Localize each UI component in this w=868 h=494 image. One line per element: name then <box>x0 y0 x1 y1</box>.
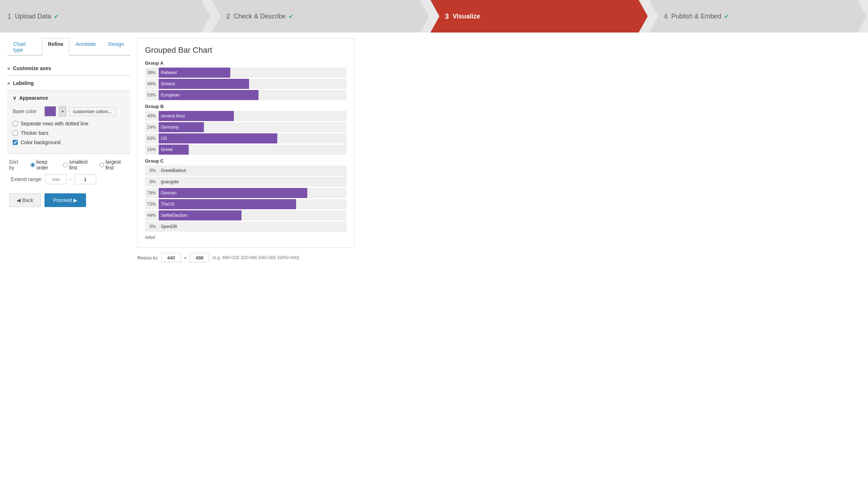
accordion-customize-axes: » Customize axes <box>7 61 130 76</box>
accordion-header-customize-axes[interactable]: » Customize axes <box>7 61 130 76</box>
chevron-right-icon-2: » <box>7 80 10 86</box>
step-num-1: 1 <box>7 12 11 21</box>
bar-area: German <box>159 188 347 198</box>
base-color-label: Base color <box>13 108 42 114</box>
nav-step-1[interactable]: 1 Upload Data ✔ <box>0 0 210 33</box>
tab-refine[interactable]: Refine <box>42 38 70 56</box>
bar-area: SpenDB <box>159 222 347 232</box>
accordion-header-labeling[interactable]: » Labeling <box>7 76 130 90</box>
bar-row: 16% Greek <box>145 145 347 155</box>
thicker-bars-label: Thicker bars <box>21 130 48 136</box>
bar-row: 48% Greece <box>145 79 347 89</box>
bar-area: European <box>159 90 347 100</box>
tab-design[interactable]: Design <box>102 38 130 56</box>
sort-largest-first[interactable]: largest first <box>99 159 128 171</box>
bar-area: GreekBailout <box>159 166 347 176</box>
bar-percent: 63% <box>145 136 159 141</box>
color-background-checkbox[interactable] <box>13 140 18 145</box>
tab-bar: Chart type Refine Annotate Design <box>7 38 130 56</box>
bar-percent: 79% <box>145 190 159 196</box>
chevron-down-icon: ∨ <box>13 95 16 101</box>
resize-examples: (e.g. 480×320 320×480 640×360 100%×400) <box>212 255 299 260</box>
bar-percent: 0% <box>145 179 159 184</box>
extend-range-max-input[interactable] <box>74 174 96 184</box>
step-label-2: Check & Describe <box>234 13 286 20</box>
bar-label: SpenDB <box>159 224 177 229</box>
sort-smallest-first[interactable]: smallest first <box>63 159 95 171</box>
group-label-b: Group B <box>145 104 347 109</box>
bar-row: 63% US <box>145 133 347 143</box>
bar-label: guacgate <box>159 179 179 184</box>
sort-largest-first-label: largest first <box>106 159 128 171</box>
tab-annotate[interactable]: Annotate <box>69 38 102 56</box>
bar-percent: 0% <box>145 168 159 173</box>
bar-row: 0% guacgate <box>145 177 347 187</box>
sort-keep-order-radio[interactable] <box>30 163 35 167</box>
bar-area: Retweet <box>159 68 347 78</box>
sort-keep-order[interactable]: keep order <box>30 159 59 171</box>
separate-rows-label: Separate rows with dotted line <box>21 121 89 126</box>
bar-percent: 48% <box>145 81 159 86</box>
color-swatch[interactable] <box>44 106 56 116</box>
resize-height-input[interactable] <box>189 253 209 262</box>
bar-label: US <box>159 136 167 141</box>
resize-times: × <box>184 255 187 261</box>
resize-width-input[interactable] <box>161 253 181 262</box>
chart-container: Grouped Bar Chart Group A 38% Retweet 48… <box>137 38 354 248</box>
customize-colors-button[interactable]: customize colors... <box>69 107 116 116</box>
nav-step-4[interactable]: 4 Publish & Embed ✔ <box>649 0 867 33</box>
bar-label: Greece <box>159 81 175 86</box>
step-num-2: 2 <box>226 12 230 21</box>
tab-chart-type[interactable]: Chart type <box>7 38 42 56</box>
accordion-label-appearance: Appearance <box>19 95 48 101</box>
bar-label: German <box>159 190 176 196</box>
bar-percent: 44% <box>145 213 159 218</box>
proceed-button[interactable]: Proceed ▶ <box>44 193 86 207</box>
top-nav: 1 Upload Data ✔ 2 Check & Describe ✔ 3 V… <box>0 0 868 33</box>
chevron-right-icon: » <box>7 65 10 71</box>
appearance-section: ∨ Appearance Base color ▾ customize colo… <box>7 91 130 154</box>
nav-step-3[interactable]: 3 Visualize <box>431 0 648 33</box>
sort-largest-first-radio[interactable] <box>99 163 104 167</box>
bar-label: Germany <box>159 125 179 130</box>
sort-section: Sort by keep order smallest first larges… <box>7 159 130 184</box>
sort-smallest-first-radio[interactable] <box>63 163 68 167</box>
accordion-header-appearance[interactable]: ∨ Appearance <box>13 95 125 101</box>
right-panel: Grouped Bar Chart Group A 38% Retweet 48… <box>137 38 861 489</box>
color-dropdown-arrow[interactable]: ▾ <box>59 106 66 116</box>
step-label-4: Publish & Embed <box>671 13 721 20</box>
resize-label: Resize to: <box>137 255 158 261</box>
bar-area: Greece <box>159 79 347 89</box>
sort-keep-order-label: keep order <box>37 159 59 171</box>
extend-range-min-input[interactable] <box>45 174 67 184</box>
bar-row: 0% SpenDB <box>145 222 347 232</box>
step-check-1: ✔ <box>54 13 59 20</box>
bar-fill <box>159 188 307 198</box>
button-row: ◀ Back Proceed ▶ <box>7 190 130 211</box>
separate-rows-checkbox[interactable] <box>13 121 18 126</box>
bar-area: TheUS <box>159 199 347 209</box>
bar-fill <box>159 133 277 143</box>
group-label-a: Group A <box>145 60 347 66</box>
extend-range-row: Extend range: - <box>9 174 128 184</box>
thicker-bars-checkbox[interactable] <box>13 130 18 136</box>
bar-row: 79% German <box>145 188 347 198</box>
bar-row: 0% GreekBailout <box>145 166 347 176</box>
base-color-row: Base color ▾ customize colors... <box>13 106 125 116</box>
bar-label: SelfieElection <box>159 213 187 218</box>
bar-label: GreekBailout <box>159 168 186 173</box>
bar-row: 40% several lines <box>145 111 347 121</box>
group-label-c: Group C <box>145 158 347 164</box>
bar-label: several lines <box>159 113 185 119</box>
bar-row: 44% SelfieElection <box>145 210 347 220</box>
accordion-label-customize-axes: Customize axes <box>13 65 51 71</box>
bar-area: Greek <box>159 145 347 155</box>
bar-fill <box>159 199 296 209</box>
nav-step-2[interactable]: 2 Check & Describe ✔ <box>211 0 429 33</box>
back-button[interactable]: ◀ Back <box>9 193 41 207</box>
extend-range-label: Extend range: <box>11 176 42 182</box>
bar-percent: 16% <box>145 147 159 152</box>
main-container: Chart type Refine Annotate Design » Cust… <box>0 33 868 494</box>
bar-area: several lines <box>159 111 347 121</box>
bar-percent: 73% <box>145 202 159 207</box>
